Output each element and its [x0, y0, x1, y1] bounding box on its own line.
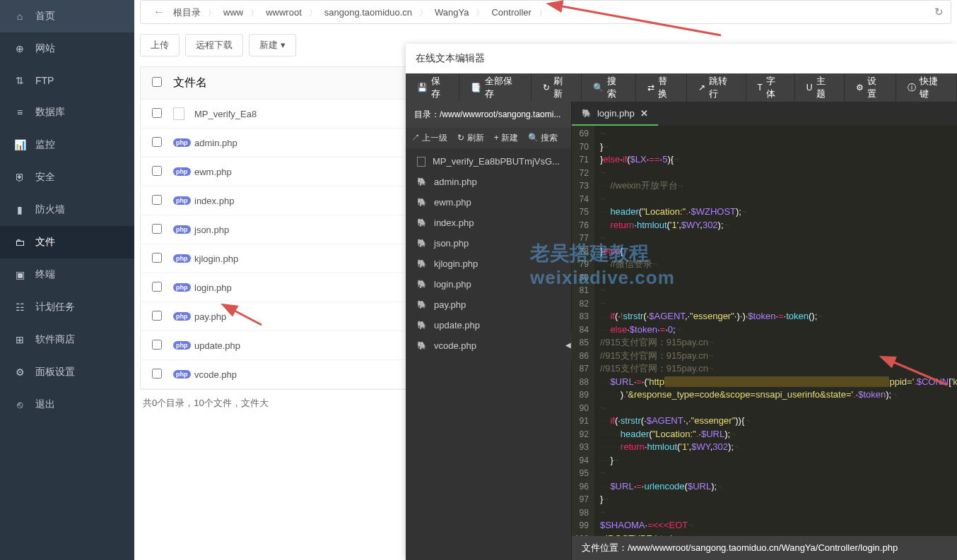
folder-icon: 🗀	[14, 237, 25, 248]
tree-item[interactable]: 🐘update.php	[406, 315, 571, 335]
php-icon: php	[173, 138, 191, 147]
remote-download-button[interactable]: 远程下载	[185, 34, 243, 56]
tree-item-name: login.php	[434, 279, 471, 290]
breadcrumb-item[interactable]: www	[221, 7, 246, 18]
sidebar-item-globe[interactable]: ⊕网站	[0, 32, 134, 65]
sidebar-item-label: 监控	[35, 138, 55, 151]
sidebar-item-cron[interactable]: ☷计划任务	[0, 291, 134, 323]
php-icon: 🐘	[417, 239, 427, 248]
text-file-icon	[417, 157, 425, 167]
php-icon: php	[173, 283, 191, 292]
tree-item[interactable]: 🐘admin.php	[406, 172, 571, 192]
breadcrumb-item[interactable]: 根目录	[170, 7, 204, 18]
editor-toolbar-快捷键[interactable]: ⓘ快捷键	[896, 73, 957, 102]
row-checkbox[interactable]	[152, 108, 162, 118]
refresh-icon[interactable]: ↻	[934, 6, 944, 18]
tree-collapse-handle[interactable]: ◀	[565, 331, 572, 359]
tree-new-button[interactable]: + 新建	[494, 132, 518, 144]
editor-toolbar-设置[interactable]: ⚙设置	[845, 73, 896, 102]
sidebar-item-ftp[interactable]: ⇅FTP	[0, 65, 134, 96]
editor-toolbar-保存[interactable]: 💾保存	[406, 73, 459, 102]
breadcrumb-item[interactable]: wwwroot	[263, 7, 305, 18]
logout-icon: ⎋	[14, 399, 25, 410]
sidebar-item-settings[interactable]: ⚙面板设置	[0, 356, 134, 388]
file-name: MP_verify_Ea8	[194, 109, 257, 119]
breadcrumb-item[interactable]: Controller	[488, 7, 534, 18]
row-checkbox[interactable]	[152, 282, 162, 292]
sidebar-item-logout[interactable]: ⎋退出	[0, 388, 134, 421]
editor-toolbar-跳转行[interactable]: ↗跳转行	[687, 73, 746, 102]
upload-button[interactable]: 上传	[140, 34, 180, 56]
text-file-icon	[173, 107, 184, 120]
sidebar-item-shield[interactable]: ⛨安全	[0, 161, 134, 193]
tree-item[interactable]: MP_verify_Ea8bPBUTmjVsG...	[406, 151, 571, 172]
php-icon: php	[173, 225, 191, 234]
tree-item[interactable]: 🐘ewm.php	[406, 192, 571, 213]
close-icon[interactable]: ✕	[640, 108, 648, 119]
tree-item[interactable]: 🐘json.php	[406, 233, 571, 254]
sidebar-item-monitor[interactable]: 📊监控	[0, 129, 134, 161]
chevron-right-icon: 〉	[415, 8, 432, 18]
sidebar-item-terminal[interactable]: ▣终端	[0, 258, 134, 291]
editor-toolbar-刷新[interactable]: ↻刷新	[532, 73, 582, 102]
tree-item[interactable]: 🐘kjlogin.php	[406, 254, 571, 274]
cron-icon: ☷	[14, 302, 25, 313]
chevron-right-icon: 〉	[534, 8, 551, 18]
sidebar: ⌂首页⊕网站⇅FTP≡数据库📊监控⛨安全▮防火墙🗀文件▣终端☷计划任务⊞软件商店…	[0, 0, 134, 560]
php-icon: 🐘	[417, 218, 427, 227]
file-name: vcode.php	[194, 369, 237, 380]
database-icon: ≡	[14, 107, 25, 118]
editor-tab[interactable]: 🐘 login.php ✕	[572, 102, 658, 126]
editor-toolbar-搜索[interactable]: 🔍搜索	[582, 73, 635, 102]
row-checkbox[interactable]	[152, 311, 162, 321]
editor-toolbar-字体[interactable]: T字体	[746, 73, 795, 102]
code-content[interactable]: ¬ }¬ }else·if($LX·==·5){¬ ¬ ····//weixin…	[594, 126, 957, 536]
row-checkbox[interactable]	[152, 369, 162, 379]
row-checkbox[interactable]	[152, 137, 162, 147]
sidebar-item-firewall[interactable]: ▮防火墙	[0, 193, 134, 226]
row-checkbox[interactable]	[152, 253, 162, 263]
editor-toolbar-主题[interactable]: U主题	[795, 73, 845, 102]
sidebar-item-label: 数据库	[35, 106, 65, 119]
breadcrumb-item[interactable]: sangong.taomiduo.cn	[322, 7, 415, 18]
code-editor[interactable]: 69 70 71 72 73 74 75 76 77 78 79 80 81 8…	[572, 126, 957, 536]
tree-item[interactable]: 🐘login.php	[406, 274, 571, 294]
toolbar-label: 全部保存	[485, 75, 519, 100]
shield-icon: ⛨	[14, 172, 25, 183]
sidebar-item-home[interactable]: ⌂首页	[0, 0, 134, 32]
breadcrumb-item[interactable]: WangYa	[432, 7, 471, 18]
sidebar-item-folder[interactable]: 🗀文件	[0, 226, 134, 258]
php-icon: php	[173, 370, 191, 379]
tree-item[interactable]: 🐘index.php	[406, 213, 571, 233]
tree-item[interactable]: 🐘pay.php	[406, 294, 571, 315]
editor-toolbar-全部保存[interactable]: 📑全部保存	[459, 73, 531, 102]
sidebar-item-label: 首页	[35, 10, 55, 23]
tree-item[interactable]: 🐘vcode.php	[406, 335, 571, 356]
new-button[interactable]: 新建 ▾	[249, 34, 296, 56]
toolbar-icon: U	[806, 83, 813, 93]
tree-refresh-button[interactable]: ↻ 刷新	[457, 132, 483, 144]
breadcrumb-back-icon[interactable]: ←	[148, 6, 170, 18]
column-filename[interactable]: 文件名	[173, 76, 207, 90]
row-checkbox[interactable]	[152, 340, 162, 350]
toolbar-icon: ⇄	[647, 83, 654, 93]
tree-item-name: admin.php	[434, 177, 477, 187]
tree-item-name: kjlogin.php	[434, 258, 478, 269]
php-icon: php	[173, 196, 191, 205]
tree-item-name: json.php	[434, 238, 469, 249]
row-checkbox[interactable]	[152, 195, 162, 205]
sidebar-item-database[interactable]: ≡数据库	[0, 96, 134, 129]
row-checkbox[interactable]	[152, 224, 162, 234]
sidebar-item-store[interactable]: ⊞软件商店	[0, 323, 134, 356]
php-icon: 🐘	[417, 321, 427, 330]
row-checkbox[interactable]	[152, 166, 162, 176]
select-all-checkbox[interactable]	[152, 77, 162, 87]
file-name: index.php	[194, 196, 234, 206]
sidebar-item-label: 退出	[35, 398, 55, 411]
editor-toolbar-替换[interactable]: ⇄替换	[636, 73, 687, 102]
sidebar-item-label: 防火墙	[35, 203, 65, 216]
terminal-icon: ▣	[14, 269, 25, 280]
tree-search-button[interactable]: 🔍 搜索	[528, 132, 558, 144]
tree-up-button[interactable]: ↗ 上一级	[411, 132, 447, 144]
toolbar-label: 替换	[658, 75, 675, 100]
